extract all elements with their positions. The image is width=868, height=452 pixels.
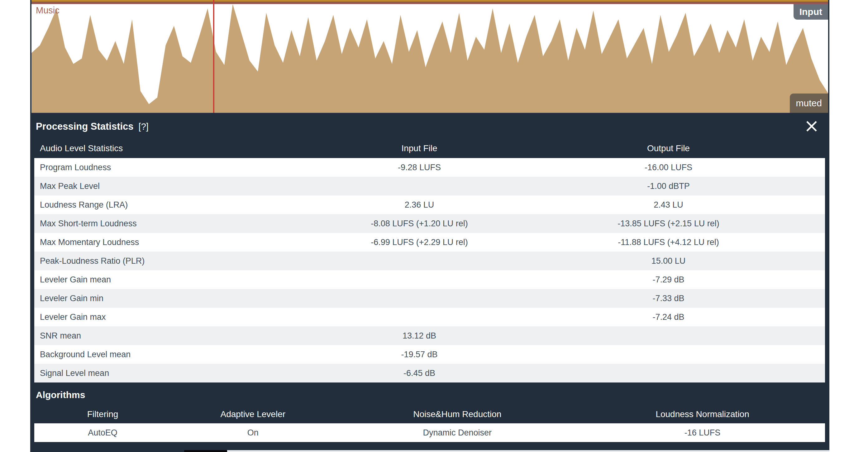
algorithms-value-row: AutoEQOnDynamic Denoiser-16 LUFS <box>34 423 825 442</box>
algorithms-header-cell: Loudness Normalization <box>580 409 825 419</box>
row-input-value: -19.57 dB <box>327 350 512 359</box>
waveform-graph <box>31 4 828 113</box>
input-source-badge[interactable]: Input <box>794 4 828 20</box>
table-row: Leveler Gain mean-7.29 dB <box>34 270 825 289</box>
waveform-track[interactable]: Music Input muted <box>30 0 829 113</box>
header-audio-level-statistics: Audio Level Statistics <box>34 143 327 153</box>
table-row: Loudness Range (LRA)2.36 LU2.43 LU <box>34 195 825 214</box>
algorithms-value-cell: Dynamic Denoiser <box>335 428 580 438</box>
close-icon[interactable] <box>804 119 819 133</box>
table-row: Max Momentary Loudness-6.99 LUFS (+2.29 … <box>34 233 825 251</box>
row-output-value: 15.00 LU <box>512 256 825 266</box>
row-label: Leveler Gain min <box>34 294 327 303</box>
panel-title-text: Processing Statistics <box>36 121 134 132</box>
muted-badge[interactable]: muted <box>790 93 828 113</box>
row-label: Loudness Range (LRA) <box>34 200 327 210</box>
row-label: Program Loudness <box>34 163 327 172</box>
row-label: Max Momentary Loudness <box>34 238 327 247</box>
algorithms-header-cell: Adaptive Leveler <box>171 409 335 419</box>
row-input-value: -9.28 LUFS <box>327 163 512 172</box>
app-window: Music Input muted Processing Statistics[… <box>0 0 868 452</box>
algorithms-value-cell: -16 LUFS <box>580 428 825 438</box>
row-label: Background Level mean <box>34 350 327 359</box>
table-row: Peak-Loudness Ratio (PLR)15.00 LU <box>34 251 825 270</box>
row-label: Signal Level mean <box>34 368 327 378</box>
table-row: Signal Level mean-6.45 dB <box>34 364 825 383</box>
audio-level-statistics-table: Audio Level Statistics Input File Output… <box>34 139 825 383</box>
row-input-value: 2.36 LU <box>327 200 512 210</box>
header-input-file: Input File <box>327 143 512 153</box>
row-label: Max Peak Level <box>34 181 327 191</box>
table-row: SNR mean13.12 dB <box>34 326 825 345</box>
row-label: SNR mean <box>34 331 327 341</box>
row-label: Leveler Gain max <box>34 312 327 322</box>
waveform-shape <box>31 4 828 113</box>
row-output-value: -7.33 dB <box>512 294 825 303</box>
table-row: Max Peak Level-1.00 dBTP <box>34 177 825 195</box>
table-row: Max Short-term Loudness-8.08 LUFS (+1.20… <box>34 214 825 233</box>
track-top-strip-maroon <box>31 2 828 4</box>
row-input-value: -8.08 LUFS (+1.20 LU rel) <box>327 219 512 229</box>
algorithms-header-cell: Noise&Hum Reduction <box>335 409 580 419</box>
algorithms-title: Algorithms <box>36 390 85 400</box>
header-output-file: Output File <box>512 143 825 153</box>
table-row: Program Loudness-9.28 LUFS-16.00 LUFS <box>34 158 825 177</box>
bottom-edge-cutoff-element <box>184 450 227 452</box>
help-link[interactable]: [?] <box>138 122 149 131</box>
row-output-value: -16.00 LUFS <box>512 163 825 172</box>
table-row: Leveler Gain max-7.24 dB <box>34 308 825 326</box>
algorithms-value-cell: AutoEQ <box>34 428 171 438</box>
table-row: Leveler Gain min-7.33 dB <box>34 289 825 308</box>
row-label: Max Short-term Loudness <box>34 219 327 229</box>
algorithms-header-cell: Filtering <box>34 409 171 419</box>
bottom-edge-panel-remainder <box>30 450 184 452</box>
row-output-value: 2.43 LU <box>512 200 825 210</box>
panel-title: Processing Statistics[?] <box>36 121 149 132</box>
row-output-value: -7.29 dB <box>512 275 825 284</box>
track-label: Music <box>36 5 60 16</box>
row-input-value: -6.45 dB <box>327 368 512 378</box>
algorithms-value-cell: On <box>171 428 335 438</box>
row-input-value: -6.99 LUFS (+2.29 LU rel) <box>327 238 512 247</box>
row-output-value: -1.00 dBTP <box>512 181 825 191</box>
row-output-value: -11.88 LUFS (+4.12 LU rel) <box>512 238 825 247</box>
algorithms-table: FilteringAdaptive LevelerNoise&Hum Reduc… <box>34 405 825 442</box>
row-output-value: -7.24 dB <box>512 312 825 322</box>
table-header-row: Audio Level Statistics Input File Output… <box>34 139 825 158</box>
table-body: Program Loudness-9.28 LUFS-16.00 LUFSMax… <box>34 158 825 383</box>
row-label: Peak-Loudness Ratio (PLR) <box>34 256 327 266</box>
row-label: Leveler Gain mean <box>34 275 327 284</box>
algorithms-header-row: FilteringAdaptive LevelerNoise&Hum Reduc… <box>34 405 825 423</box>
processing-statistics-panel: Processing Statistics[?] Audio Level Sta… <box>30 113 829 450</box>
playhead-cursor[interactable] <box>213 0 214 113</box>
row-input-value: 13.12 dB <box>327 331 512 341</box>
row-output-value: -13.85 LUFS (+2.15 LU rel) <box>512 219 825 229</box>
table-row: Background Level mean-19.57 dB <box>34 345 825 364</box>
bottom-edge-page-background <box>227 450 829 452</box>
